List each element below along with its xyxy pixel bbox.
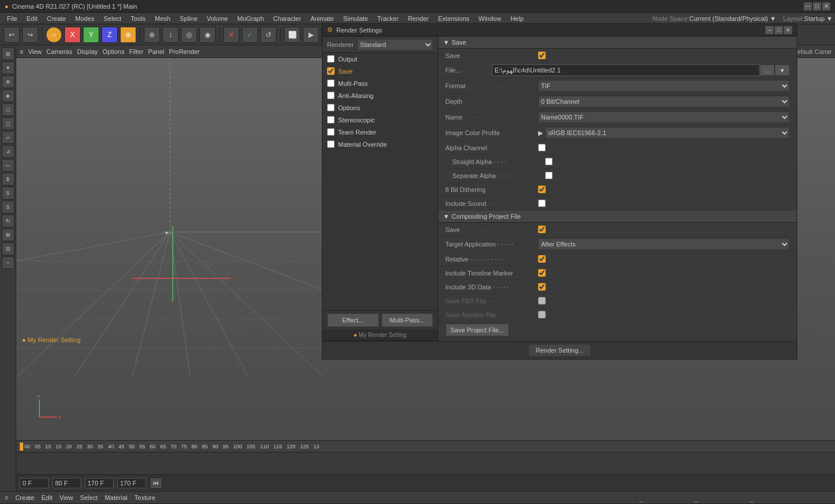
- menu-render[interactable]: Render: [403, 14, 433, 23]
- menu-edit[interactable]: Edit: [22, 14, 42, 23]
- end-frame-input[interactable]: [52, 478, 81, 488]
- rs-comp-save-checkbox[interactable]: [538, 226, 546, 233]
- rs-fbx-checkbox[interactable]: [538, 297, 546, 304]
- rotate-y-button[interactable]: Y: [83, 27, 99, 43]
- rs-nav-multipass[interactable]: Multi-Pass: [322, 77, 438, 89]
- rs-file-dropdown-button[interactable]: ▼: [775, 64, 790, 76]
- viewport-menu-display[interactable]: Display: [77, 48, 98, 55]
- viewport-menu-filter[interactable]: Filter: [129, 48, 143, 55]
- rs-nav-output-checkbox[interactable]: [327, 55, 335, 63]
- rs-alembic-checkbox[interactable]: [538, 311, 546, 318]
- rs-nav-materialoverride[interactable]: Material Override: [322, 138, 438, 150]
- left-tool-8[interactable]: ⊿: [2, 145, 14, 158]
- rs-straight-alpha-checkbox[interactable]: [545, 158, 553, 165]
- left-tool-14[interactable]: ⊞: [2, 229, 14, 241]
- rs-nav-save-checkbox[interactable]: [327, 67, 335, 75]
- rs-effect-button[interactable]: Effect...: [327, 313, 379, 327]
- menu-spline[interactable]: Spline: [175, 14, 202, 23]
- rotate-x-button[interactable]: X: [64, 27, 81, 43]
- menu-select[interactable]: Select: [99, 14, 126, 23]
- rs-nav-multipass-checkbox[interactable]: [327, 79, 335, 87]
- left-tool-13[interactable]: ↻: [2, 215, 14, 227]
- frame-170a-input[interactable]: [85, 478, 114, 488]
- rs-alpha-channel-checkbox[interactable]: [538, 144, 546, 151]
- timeline-content[interactable]: [16, 452, 835, 474]
- menu-create[interactable]: Create: [42, 14, 71, 23]
- rs-nav-options-checkbox[interactable]: [327, 104, 335, 111]
- material-menu-create[interactable]: Create: [15, 494, 34, 501]
- menu-mograph[interactable]: MoGraph: [233, 14, 268, 23]
- scale-button[interactable]: ◎: [181, 27, 197, 43]
- rs-image-color-expand[interactable]: ▶: [538, 129, 543, 137]
- rs-compositing-collapse-icon[interactable]: ▼: [443, 213, 449, 220]
- material-menu-texture[interactable]: Texture: [135, 494, 155, 501]
- render-preview-button[interactable]: ⬜: [284, 27, 300, 43]
- viewport-menu-cameras[interactable]: Cameras: [46, 48, 72, 55]
- rs-depth-select[interactable]: 0 Bit/Channel: [538, 96, 790, 107]
- rs-close-button[interactable]: ✕: [784, 26, 792, 34]
- material-menu-view[interactable]: View: [59, 494, 73, 501]
- rs-minimize-button[interactable]: ─: [765, 26, 774, 34]
- rs-file-browse-button[interactable]: ...: [760, 64, 775, 76]
- left-tool-7[interactable]: ▱: [2, 131, 14, 144]
- left-tool-1[interactable]: ⊞: [2, 48, 14, 60]
- menu-volume[interactable]: Volume: [202, 14, 233, 23]
- rotate-z-button[interactable]: Z: [101, 27, 118, 43]
- left-tool-16[interactable]: ~: [2, 256, 14, 269]
- render-button[interactable]: ▶: [303, 27, 319, 43]
- left-tool-5[interactable]: ⬡: [2, 103, 14, 116]
- menu-tools[interactable]: Tools: [126, 14, 150, 23]
- left-tool-4[interactable]: ◈: [2, 89, 14, 102]
- menu-help[interactable]: Help: [506, 14, 528, 23]
- rs-nav-stereoscopic-checkbox[interactable]: [327, 116, 335, 124]
- material-menu-material[interactable]: Material: [105, 494, 128, 501]
- select-button[interactable]: ⊕: [144, 27, 160, 43]
- rs-nav-antialiasing[interactable]: Anti-Aliasing: [322, 89, 438, 101]
- rs-name-select[interactable]: Name0000.TIF: [538, 111, 790, 123]
- rs-nav-teamrender[interactable]: Team Render: [322, 126, 438, 138]
- rs-relative-checkbox[interactable]: [538, 255, 546, 263]
- maximize-button[interactable]: □: [813, 2, 821, 10]
- rs-controls[interactable]: ─ □ ✕: [765, 26, 792, 34]
- left-tool-9[interactable]: ―: [2, 159, 14, 172]
- y-axis-button[interactable]: ✓: [242, 27, 258, 43]
- material-menu-edit[interactable]: Edit: [41, 494, 52, 501]
- menu-window[interactable]: Window: [474, 14, 506, 23]
- menu-file[interactable]: File: [2, 14, 22, 23]
- rs-nav-options[interactable]: Options: [322, 101, 438, 114]
- left-tool-10[interactable]: $: [2, 173, 14, 186]
- world-button[interactable]: ⊕: [120, 27, 136, 43]
- transform-button[interactable]: ↕: [162, 27, 179, 43]
- menu-extensions[interactable]: Extensions: [433, 14, 474, 23]
- rs-include-sound-checkbox[interactable]: [538, 200, 546, 207]
- x-axis-button[interactable]: ✕: [223, 27, 239, 43]
- rs-save-collapse-icon[interactable]: ▼: [443, 39, 449, 46]
- rs-nav-output[interactable]: Output: [322, 53, 438, 65]
- timeline-play-btn[interactable]: ⏮: [150, 477, 162, 489]
- rs-save-project-button[interactable]: Save Project File...: [445, 324, 509, 336]
- menu-modes[interactable]: Modes: [71, 14, 99, 23]
- rs-target-app-select[interactable]: After Effects Nuke: [538, 238, 790, 250]
- rs-dithering-checkbox[interactable]: [538, 186, 546, 193]
- viewport-menu-prorender[interactable]: ProRender: [169, 48, 199, 55]
- menu-animate[interactable]: Animate: [306, 14, 338, 23]
- left-tool-6[interactable]: ◻: [2, 117, 14, 130]
- left-tool-12[interactable]: S: [2, 201, 14, 213]
- viewport-menu-options[interactable]: Options: [103, 48, 125, 55]
- rs-save-checkbox[interactable]: [538, 52, 546, 59]
- left-tool-2[interactable]: ✦: [2, 61, 14, 74]
- rs-timeline-marker-checkbox[interactable]: [538, 269, 546, 277]
- material-menu-icon[interactable]: ≡: [5, 494, 8, 501]
- rs-renderer-select[interactable]: Standard: [357, 39, 433, 50]
- material-menu-select[interactable]: Select: [80, 494, 98, 501]
- rotate-button[interactable]: ◉: [199, 27, 216, 43]
- rs-multipass-button[interactable]: Multi-Pass...: [382, 313, 434, 327]
- viewport-menu-panel[interactable]: Panel: [148, 48, 164, 55]
- redo-button[interactable]: ↪: [22, 27, 38, 43]
- move-button[interactable]: ○: [46, 27, 62, 43]
- rs-separate-alpha-checkbox[interactable]: [545, 172, 553, 179]
- left-tool-11[interactable]: S: [2, 187, 14, 200]
- menu-simulate[interactable]: Simulate: [339, 14, 373, 23]
- close-button[interactable]: ✕: [822, 2, 830, 10]
- rs-format-select[interactable]: TIF: [538, 80, 790, 92]
